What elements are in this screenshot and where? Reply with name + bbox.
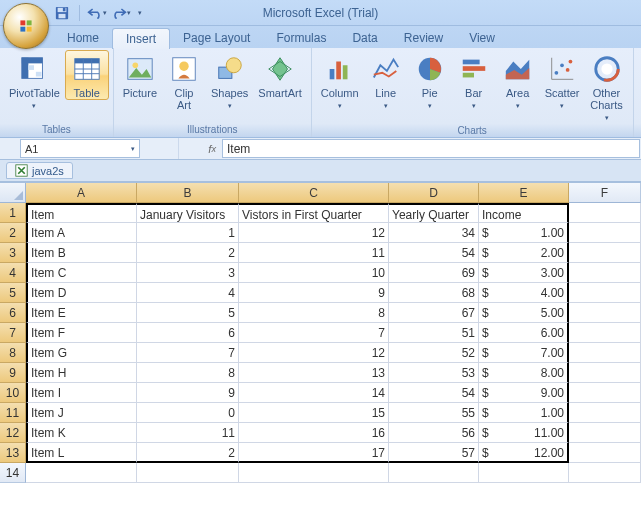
tab-insert[interactable]: Insert — [112, 28, 170, 49]
cell[interactable]: 1 — [137, 223, 239, 243]
cell[interactable] — [569, 303, 641, 323]
column-header[interactable]: E — [479, 183, 569, 203]
row-header[interactable]: 6 — [0, 303, 26, 323]
column-header[interactable]: A — [26, 183, 137, 203]
cell[interactable] — [479, 463, 569, 483]
cell[interactable]: Item D — [26, 283, 137, 303]
undo-icon[interactable]: ▾ — [87, 3, 107, 23]
cell[interactable]: 15 — [239, 403, 389, 423]
cell[interactable] — [569, 423, 641, 443]
cell[interactable]: 54 — [389, 243, 479, 263]
fx-icon[interactable]: fx — [178, 138, 222, 159]
row-header[interactable]: 1 — [0, 203, 26, 223]
cell[interactable]: Yearly Quarter — [389, 203, 479, 223]
cell[interactable]: Item I — [26, 383, 137, 403]
tab-review[interactable]: Review — [391, 28, 456, 48]
cell[interactable]: $6.00 — [479, 323, 569, 343]
cell[interactable]: $8.00 — [479, 363, 569, 383]
cell[interactable]: $11.00 — [479, 423, 569, 443]
cell[interactable]: Item H — [26, 363, 137, 383]
cell[interactable] — [569, 383, 641, 403]
office-button[interactable] — [3, 3, 49, 49]
cell[interactable]: 54 — [389, 383, 479, 403]
cell[interactable] — [569, 363, 641, 383]
smartart-button[interactable]: SmartArt — [253, 50, 306, 99]
row-header[interactable]: 10 — [0, 383, 26, 403]
row-header[interactable]: 14 — [0, 463, 26, 483]
other-charts-button[interactable]: Other Charts▾ — [585, 50, 629, 124]
cell[interactable] — [239, 463, 389, 483]
tab-page-layout[interactable]: Page Layout — [170, 28, 263, 48]
pivottable-button[interactable]: PivotTable▾ — [4, 50, 65, 112]
column-header[interactable]: D — [389, 183, 479, 203]
cell[interactable] — [26, 463, 137, 483]
area-chart-button[interactable]: Area▾ — [496, 50, 540, 112]
cell[interactable]: 11 — [239, 243, 389, 263]
row-header[interactable]: 4 — [0, 263, 26, 283]
bar-chart-button[interactable]: Bar▾ — [452, 50, 496, 112]
cell[interactable]: 55 — [389, 403, 479, 423]
cell[interactable] — [569, 323, 641, 343]
cell[interactable]: 53 — [389, 363, 479, 383]
cell[interactable]: Item E — [26, 303, 137, 323]
column-header[interactable]: F — [569, 183, 641, 203]
line-chart-button[interactable]: Line▾ — [364, 50, 408, 112]
picture-button[interactable]: Picture — [118, 50, 162, 99]
cell[interactable]: $1.00 — [479, 223, 569, 243]
cell[interactable]: Item F — [26, 323, 137, 343]
cell[interactable]: 51 — [389, 323, 479, 343]
cell[interactable]: 3 — [137, 263, 239, 283]
cell[interactable]: 5 — [137, 303, 239, 323]
redo-icon[interactable]: ▾ — [111, 3, 131, 23]
cell[interactable]: 52 — [389, 343, 479, 363]
row-header[interactable]: 13 — [0, 443, 26, 463]
cell[interactable] — [569, 443, 641, 463]
cell[interactable]: $2.00 — [479, 243, 569, 263]
cell[interactable]: 2 — [137, 243, 239, 263]
cell[interactable]: 7 — [137, 343, 239, 363]
cell[interactable]: Item A — [26, 223, 137, 243]
cell[interactable]: Vistors in First Quarter — [239, 203, 389, 223]
cell[interactable]: $3.00 — [479, 263, 569, 283]
cell[interactable]: 7 — [239, 323, 389, 343]
cell[interactable] — [137, 463, 239, 483]
cell[interactable]: 9 — [137, 383, 239, 403]
cell[interactable]: Item — [26, 203, 137, 223]
cell[interactable] — [569, 223, 641, 243]
cell[interactable]: 2 — [137, 443, 239, 463]
cell[interactable]: 17 — [239, 443, 389, 463]
cell[interactable] — [389, 463, 479, 483]
cell[interactable]: 9 — [239, 283, 389, 303]
row-header[interactable]: 2 — [0, 223, 26, 243]
cell[interactable]: 14 — [239, 383, 389, 403]
cell[interactable]: $4.00 — [479, 283, 569, 303]
cell[interactable]: Item G — [26, 343, 137, 363]
cell[interactable]: Item K — [26, 423, 137, 443]
qat-customize-icon[interactable]: ▾ — [138, 9, 142, 17]
worksheet-grid[interactable]: ABCDEF1ItemJanuary VisitorsVistors in Fi… — [0, 182, 641, 483]
column-header[interactable]: B — [137, 183, 239, 203]
cell[interactable] — [569, 243, 641, 263]
cell[interactable]: $9.00 — [479, 383, 569, 403]
tab-view[interactable]: View — [456, 28, 508, 48]
tab-formulas[interactable]: Formulas — [263, 28, 339, 48]
name-box[interactable]: A1 ▾ — [20, 139, 140, 158]
cell[interactable]: 68 — [389, 283, 479, 303]
cell[interactable]: 6 — [137, 323, 239, 343]
table-button[interactable]: Table — [65, 50, 109, 100]
save-icon[interactable] — [52, 3, 72, 23]
cell[interactable]: 0 — [137, 403, 239, 423]
cell[interactable]: $7.00 — [479, 343, 569, 363]
row-header[interactable]: 3 — [0, 243, 26, 263]
cell[interactable]: 16 — [239, 423, 389, 443]
row-header[interactable]: 11 — [0, 403, 26, 423]
cell[interactable] — [569, 463, 641, 483]
cell[interactable]: 57 — [389, 443, 479, 463]
cell[interactable]: 67 — [389, 303, 479, 323]
cell[interactable] — [569, 283, 641, 303]
cell[interactable] — [569, 343, 641, 363]
cell[interactable]: 11 — [137, 423, 239, 443]
column-header[interactable]: C — [239, 183, 389, 203]
row-header[interactable]: 9 — [0, 363, 26, 383]
formula-input[interactable]: Item — [222, 139, 640, 158]
